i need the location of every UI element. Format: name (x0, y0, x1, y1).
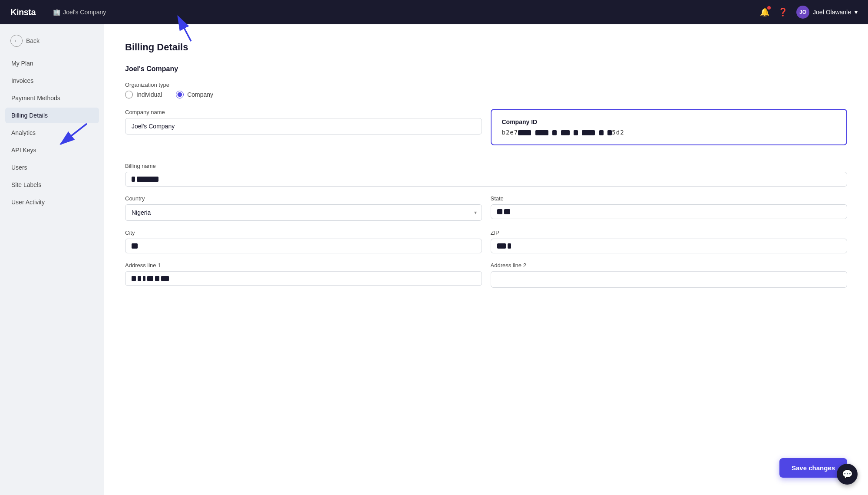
address2-input[interactable] (491, 271, 848, 288)
billing-name-label: Billing name (125, 163, 847, 169)
address1-label: Address line 1 (125, 262, 482, 269)
radio-company-input[interactable] (176, 91, 184, 98)
user-name-display: Joel Olawanle (813, 9, 851, 16)
chat-bubble-button[interactable]: 💬 (837, 464, 858, 485)
notifications-button[interactable]: 🔔 (760, 7, 769, 17)
state-input[interactable] (491, 204, 848, 219)
main-content: Billing Details Joel's Company Organizat… (104, 24, 868, 495)
radio-individual-input[interactable] (125, 91, 133, 98)
radio-individual-label: Individual (136, 91, 162, 98)
back-button[interactable]: ← Back (5, 31, 99, 50)
avatar: JO (796, 6, 809, 19)
sidebar-item-my-plan[interactable]: My Plan (5, 56, 99, 71)
company-section-title: Joel's Company (125, 65, 847, 73)
sidebar-item-users[interactable]: Users (5, 160, 99, 175)
sidebar-item-user-activity[interactable]: User Activity (5, 194, 99, 210)
company-name-display: Joel's Company (63, 9, 106, 16)
page-title: Billing Details (125, 42, 847, 53)
company-id-label: Company ID (502, 118, 836, 125)
org-type-label: Organization type (125, 82, 847, 88)
company-id-value: b2e7 5d2 (502, 129, 836, 136)
back-label: Back (26, 37, 40, 44)
sidebar-item-invoices[interactable]: Invoices (5, 73, 99, 89)
company-name-label: Company name (125, 109, 482, 115)
user-menu[interactable]: JO Joel Olawanle ▾ (796, 6, 858, 19)
zip-input[interactable] (491, 239, 848, 253)
country-label: Country (125, 195, 482, 202)
city-input[interactable] (125, 239, 482, 253)
zip-label: ZIP (491, 229, 848, 236)
kinsta-logo: Kinsta (10, 7, 36, 17)
company-id-box: Company ID b2e7 5d2 (491, 109, 848, 145)
radio-individual[interactable]: Individual (125, 91, 162, 98)
radio-company-label: Company (187, 91, 213, 98)
back-circle-icon: ← (10, 35, 23, 47)
chevron-down-icon: ▾ (855, 9, 858, 16)
notification-dot (767, 6, 771, 10)
company-name-input[interactable] (125, 118, 482, 134)
state-label: State (491, 195, 848, 202)
company-icon: 🏢 (53, 9, 60, 16)
sidebar-item-analytics[interactable]: Analytics (5, 125, 99, 141)
country-select[interactable]: Nigeria United States United Kingdom Gha… (125, 204, 482, 221)
sidebar-item-site-labels[interactable]: Site Labels (5, 177, 99, 193)
sidebar: ← Back My Plan Invoices Payment Methods … (0, 24, 104, 495)
billing-name-input[interactable] (125, 172, 847, 187)
help-button[interactable]: ❓ (778, 7, 788, 17)
address1-input[interactable] (125, 271, 482, 286)
org-type-row: Individual Company (125, 91, 847, 98)
city-label: City (125, 229, 482, 236)
sidebar-item-payment-methods[interactable]: Payment Methods (5, 90, 99, 106)
top-navigation: Kinsta 🏢 Joel's Company 🔔 ❓ JO Joel Olaw… (0, 0, 868, 24)
sidebar-item-billing-details[interactable]: Billing Details (5, 108, 99, 123)
company-switcher[interactable]: 🏢 Joel's Company (53, 9, 106, 16)
address2-label: Address line 2 (491, 262, 848, 269)
sidebar-item-api-keys[interactable]: API Keys (5, 142, 99, 158)
radio-company[interactable]: Company (176, 91, 213, 98)
